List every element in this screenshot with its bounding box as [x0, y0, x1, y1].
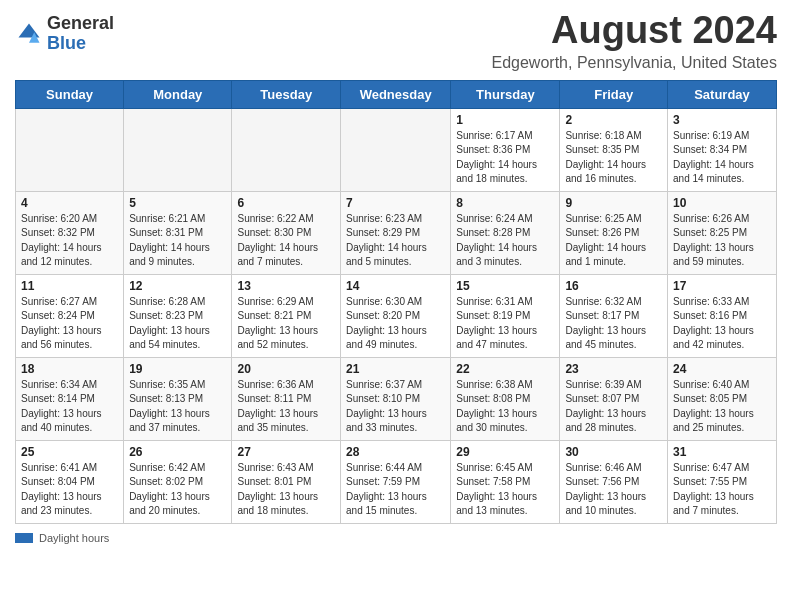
- calendar-cell: 7Sunrise: 6:23 AM Sunset: 8:29 PM Daylig…: [341, 191, 451, 274]
- day-number: 21: [346, 362, 445, 376]
- calendar-cell: 11Sunrise: 6:27 AM Sunset: 8:24 PM Dayli…: [16, 274, 124, 357]
- calendar-cell: 12Sunrise: 6:28 AM Sunset: 8:23 PM Dayli…: [124, 274, 232, 357]
- day-info: Sunrise: 6:29 AM Sunset: 8:21 PM Dayligh…: [237, 295, 335, 353]
- day-number: 7: [346, 196, 445, 210]
- day-number: 4: [21, 196, 118, 210]
- day-number: 20: [237, 362, 335, 376]
- day-number: 2: [565, 113, 662, 127]
- day-info: Sunrise: 6:44 AM Sunset: 7:59 PM Dayligh…: [346, 461, 445, 519]
- calendar-cell: 16Sunrise: 6:32 AM Sunset: 8:17 PM Dayli…: [560, 274, 668, 357]
- calendar-cell: [232, 108, 341, 191]
- subtitle: Edgeworth, Pennsylvania, United States: [492, 54, 778, 72]
- calendar-cell: 4Sunrise: 6:20 AM Sunset: 8:32 PM Daylig…: [16, 191, 124, 274]
- logo: General Blue: [15, 14, 114, 54]
- day-info: Sunrise: 6:27 AM Sunset: 8:24 PM Dayligh…: [21, 295, 118, 353]
- day-info: Sunrise: 6:31 AM Sunset: 8:19 PM Dayligh…: [456, 295, 554, 353]
- day-info: Sunrise: 6:45 AM Sunset: 7:58 PM Dayligh…: [456, 461, 554, 519]
- day-info: Sunrise: 6:39 AM Sunset: 8:07 PM Dayligh…: [565, 378, 662, 436]
- day-number: 13: [237, 279, 335, 293]
- calendar-cell: 17Sunrise: 6:33 AM Sunset: 8:16 PM Dayli…: [668, 274, 777, 357]
- calendar-cell: 29Sunrise: 6:45 AM Sunset: 7:58 PM Dayli…: [451, 440, 560, 523]
- calendar-cell: 2Sunrise: 6:18 AM Sunset: 8:35 PM Daylig…: [560, 108, 668, 191]
- calendar-cell: 9Sunrise: 6:25 AM Sunset: 8:26 PM Daylig…: [560, 191, 668, 274]
- footer: Daylight hours: [15, 532, 777, 544]
- day-number: 27: [237, 445, 335, 459]
- day-info: Sunrise: 6:23 AM Sunset: 8:29 PM Dayligh…: [346, 212, 445, 270]
- calendar-cell: 5Sunrise: 6:21 AM Sunset: 8:31 PM Daylig…: [124, 191, 232, 274]
- svg-marker-0: [19, 23, 40, 37]
- calendar-cell: 18Sunrise: 6:34 AM Sunset: 8:14 PM Dayli…: [16, 357, 124, 440]
- calendar-cell: 14Sunrise: 6:30 AM Sunset: 8:20 PM Dayli…: [341, 274, 451, 357]
- calendar-cell: 26Sunrise: 6:42 AM Sunset: 8:02 PM Dayli…: [124, 440, 232, 523]
- calendar-cell: 23Sunrise: 6:39 AM Sunset: 8:07 PM Dayli…: [560, 357, 668, 440]
- day-info: Sunrise: 6:43 AM Sunset: 8:01 PM Dayligh…: [237, 461, 335, 519]
- day-number: 23: [565, 362, 662, 376]
- calendar-cell: 20Sunrise: 6:36 AM Sunset: 8:11 PM Dayli…: [232, 357, 341, 440]
- day-number: 11: [21, 279, 118, 293]
- day-number: 12: [129, 279, 226, 293]
- page-header: General Blue August 2024 Edgeworth, Penn…: [15, 10, 777, 72]
- calendar-cell: 24Sunrise: 6:40 AM Sunset: 8:05 PM Dayli…: [668, 357, 777, 440]
- day-number: 10: [673, 196, 771, 210]
- day-info: Sunrise: 6:21 AM Sunset: 8:31 PM Dayligh…: [129, 212, 226, 270]
- calendar-week-row: 4Sunrise: 6:20 AM Sunset: 8:32 PM Daylig…: [16, 191, 777, 274]
- day-number: 1: [456, 113, 554, 127]
- day-number: 30: [565, 445, 662, 459]
- calendar-day-header: Thursday: [451, 80, 560, 108]
- day-info: Sunrise: 6:46 AM Sunset: 7:56 PM Dayligh…: [565, 461, 662, 519]
- calendar-cell: 21Sunrise: 6:37 AM Sunset: 8:10 PM Dayli…: [341, 357, 451, 440]
- calendar-table: SundayMondayTuesdayWednesdayThursdayFrid…: [15, 80, 777, 524]
- day-info: Sunrise: 6:18 AM Sunset: 8:35 PM Dayligh…: [565, 129, 662, 187]
- day-number: 19: [129, 362, 226, 376]
- day-number: 6: [237, 196, 335, 210]
- calendar-cell: [341, 108, 451, 191]
- day-number: 26: [129, 445, 226, 459]
- calendar-week-row: 1Sunrise: 6:17 AM Sunset: 8:36 PM Daylig…: [16, 108, 777, 191]
- calendar-cell: 8Sunrise: 6:24 AM Sunset: 8:28 PM Daylig…: [451, 191, 560, 274]
- day-info: Sunrise: 6:17 AM Sunset: 8:36 PM Dayligh…: [456, 129, 554, 187]
- day-number: 22: [456, 362, 554, 376]
- day-info: Sunrise: 6:22 AM Sunset: 8:30 PM Dayligh…: [237, 212, 335, 270]
- day-number: 24: [673, 362, 771, 376]
- calendar-day-header: Tuesday: [232, 80, 341, 108]
- logo-icon: [15, 20, 43, 48]
- calendar-cell: 19Sunrise: 6:35 AM Sunset: 8:13 PM Dayli…: [124, 357, 232, 440]
- calendar-day-header: Saturday: [668, 80, 777, 108]
- calendar-cell: 22Sunrise: 6:38 AM Sunset: 8:08 PM Dayli…: [451, 357, 560, 440]
- logo-blue-text: Blue: [47, 33, 86, 53]
- day-number: 15: [456, 279, 554, 293]
- calendar-cell: 25Sunrise: 6:41 AM Sunset: 8:04 PM Dayli…: [16, 440, 124, 523]
- logo-general-text: General: [47, 13, 114, 33]
- footer-label: Daylight hours: [39, 532, 109, 544]
- calendar-day-header: Wednesday: [341, 80, 451, 108]
- calendar-day-header: Monday: [124, 80, 232, 108]
- calendar-cell: 1Sunrise: 6:17 AM Sunset: 8:36 PM Daylig…: [451, 108, 560, 191]
- calendar-week-row: 18Sunrise: 6:34 AM Sunset: 8:14 PM Dayli…: [16, 357, 777, 440]
- calendar-cell: 31Sunrise: 6:47 AM Sunset: 7:55 PM Dayli…: [668, 440, 777, 523]
- day-info: Sunrise: 6:19 AM Sunset: 8:34 PM Dayligh…: [673, 129, 771, 187]
- calendar-day-header: Sunday: [16, 80, 124, 108]
- day-number: 25: [21, 445, 118, 459]
- day-info: Sunrise: 6:26 AM Sunset: 8:25 PM Dayligh…: [673, 212, 771, 270]
- calendar-week-row: 25Sunrise: 6:41 AM Sunset: 8:04 PM Dayli…: [16, 440, 777, 523]
- day-info: Sunrise: 6:33 AM Sunset: 8:16 PM Dayligh…: [673, 295, 771, 353]
- main-title: August 2024: [492, 10, 778, 52]
- day-info: Sunrise: 6:20 AM Sunset: 8:32 PM Dayligh…: [21, 212, 118, 270]
- day-number: 17: [673, 279, 771, 293]
- calendar-cell: 13Sunrise: 6:29 AM Sunset: 8:21 PM Dayli…: [232, 274, 341, 357]
- day-info: Sunrise: 6:41 AM Sunset: 8:04 PM Dayligh…: [21, 461, 118, 519]
- day-number: 16: [565, 279, 662, 293]
- calendar-week-row: 11Sunrise: 6:27 AM Sunset: 8:24 PM Dayli…: [16, 274, 777, 357]
- day-number: 5: [129, 196, 226, 210]
- day-info: Sunrise: 6:24 AM Sunset: 8:28 PM Dayligh…: [456, 212, 554, 270]
- day-info: Sunrise: 6:38 AM Sunset: 8:08 PM Dayligh…: [456, 378, 554, 436]
- calendar-day-header: Friday: [560, 80, 668, 108]
- title-block: August 2024 Edgeworth, Pennsylvania, Uni…: [492, 10, 778, 72]
- day-number: 28: [346, 445, 445, 459]
- calendar-header-row: SundayMondayTuesdayWednesdayThursdayFrid…: [16, 80, 777, 108]
- day-number: 3: [673, 113, 771, 127]
- day-info: Sunrise: 6:25 AM Sunset: 8:26 PM Dayligh…: [565, 212, 662, 270]
- day-info: Sunrise: 6:28 AM Sunset: 8:23 PM Dayligh…: [129, 295, 226, 353]
- day-number: 8: [456, 196, 554, 210]
- calendar-cell: 15Sunrise: 6:31 AM Sunset: 8:19 PM Dayli…: [451, 274, 560, 357]
